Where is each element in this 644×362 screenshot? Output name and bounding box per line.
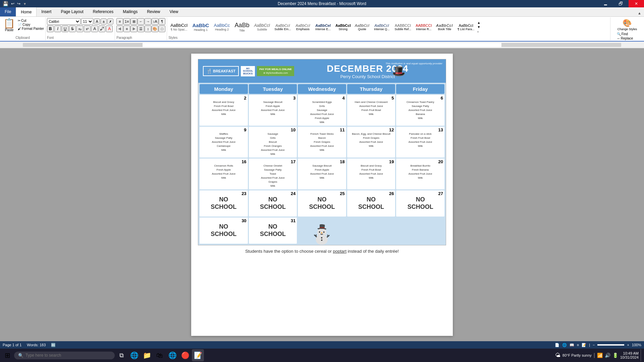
empty-cell (396, 218, 444, 244)
view-outline-icon[interactable]: ≡ (577, 343, 579, 347)
font-shrink-button[interactable]: a (101, 18, 107, 24)
linespace-button[interactable]: ↕ (145, 25, 151, 32)
style-subtle-emphasis[interactable]: AaBbCcISubtle Em... (273, 18, 293, 36)
align-right-button[interactable]: ⫸ (130, 25, 137, 32)
style-quote[interactable]: AaBbCcIQuote (353, 18, 371, 36)
font-size-selector[interactable]: 11 (81, 18, 93, 25)
shading-button[interactable]: 🎨 (152, 25, 158, 32)
borders-button[interactable]: □ (159, 25, 165, 32)
paragraph-label: Paragraph (116, 36, 165, 40)
font-selector[interactable]: Calibri (47, 18, 80, 25)
clipboard-label: Clipboard (15, 36, 30, 40)
close-button[interactable]: ✕ (629, 0, 644, 7)
table-row: 25 NOSCHOOL (298, 190, 346, 217)
language-icon[interactable]: 🔤 (51, 343, 56, 347)
tab-references[interactable]: References (88, 7, 118, 16)
style-book-title[interactable]: AaBbCcIBook Title (434, 18, 455, 36)
zoom-out-button[interactable]: − (593, 343, 595, 347)
decrease-indent-button[interactable]: ← (138, 18, 144, 25)
bullets-button[interactable]: ≡ (116, 18, 123, 25)
view-web-icon[interactable]: 🌐 (562, 343, 567, 347)
taskbar-app-store[interactable]: 🛍 (154, 349, 166, 361)
day-header-tuesday: Tuesday (249, 84, 297, 94)
taskbar-app-edge[interactable]: 🌐 (128, 349, 140, 361)
align-left-button[interactable]: ⫷ (116, 25, 123, 32)
numbering-button[interactable]: 1≡ (123, 18, 130, 25)
underline-button[interactable]: U (62, 25, 68, 32)
fontcolor-button[interactable]: A (106, 25, 113, 32)
zoom-slider[interactable] (597, 344, 624, 346)
style-title[interactable]: AaBbTitle (232, 18, 251, 36)
taskbar-app-chrome[interactable]: 🌐 (166, 349, 178, 361)
tab-file[interactable]: File (0, 7, 16, 16)
change-styles-button[interactable]: 🎨 Change Styles (617, 18, 638, 32)
task-view-button[interactable]: ⧉ (115, 349, 127, 361)
table-row: 26 NOSCHOOL (347, 190, 395, 217)
restore-button[interactable]: 🗗 (613, 0, 629, 7)
show-desktop-button[interactable] (641, 349, 643, 361)
align-center-button[interactable]: ≡ (123, 25, 130, 32)
day-header-friday: Friday (396, 84, 444, 94)
taskbar-app-explorer[interactable]: 📁 (141, 349, 153, 361)
tab-mailings[interactable]: Mailings (118, 7, 142, 16)
multilevel-button[interactable]: ⊞ (130, 18, 137, 25)
italic-button[interactable]: I (54, 25, 61, 32)
tab-review[interactable]: Review (142, 7, 165, 16)
search-input[interactable] (25, 353, 99, 358)
style-emphasis[interactable]: AaBbCcIEmphasis (293, 18, 312, 36)
window-title: December 2024 Menu Breakfast - Microsoft… (278, 1, 366, 6)
view-print-icon[interactable]: 📄 (555, 343, 559, 347)
replace-button[interactable]: ↔ Replace (617, 37, 638, 40)
fork-knife-icon: 🍴 (206, 68, 212, 74)
table-row: 20 Breakfast BurritoFresh BananaAssorted… (396, 159, 444, 189)
style-heading1[interactable]: AaBbCHeading 1 (190, 18, 211, 36)
table-row: 2 Biscuit and GravyFresh Fruit BowlAssor… (200, 95, 248, 126)
style-intense-emphasis[interactable]: AaBbCeIIntense E... (313, 18, 333, 36)
cut-button[interactable]: ✂ Cut (18, 19, 44, 22)
taskbar-search[interactable]: 🔍 (14, 352, 115, 359)
taskbar-app-word[interactable]: 📝 (192, 349, 204, 361)
style-subtitle[interactable]: AaBbCcISubtitle (252, 18, 272, 36)
increase-indent-button[interactable]: → (145, 18, 151, 25)
pay-label: PAY FOR MEALS ONLINE (259, 68, 292, 71)
find-button[interactable]: 🔍 Find (617, 32, 638, 36)
texteffects-button[interactable]: A (91, 25, 98, 32)
search-icon: 🔍 (18, 353, 23, 358)
view-draft-icon[interactable]: 📝 (582, 343, 586, 347)
style-intense-r[interactable]: AaBbCcIIntense R... (414, 18, 433, 36)
style-intense-quote[interactable]: AaBbCcIIntense Q... (372, 18, 392, 36)
clear-format-button[interactable]: ✗ (107, 18, 113, 24)
style-subtle-ref[interactable]: AaBbCcISubtle Ref... (392, 18, 413, 36)
bold-button[interactable]: B (47, 25, 54, 32)
tab-home[interactable]: Home (16, 7, 37, 16)
tab-insert[interactable]: Insert (37, 7, 56, 16)
zoom-in-button[interactable]: + (627, 343, 629, 347)
minimize-button[interactable]: 🗕 (598, 0, 613, 7)
wifi-icon: 📶 (597, 353, 603, 358)
table-row: 6 Cinnamon Toast PastrySausage PattyAsso… (396, 95, 444, 126)
format-painter-button[interactable]: 🖌 Format Painter (18, 27, 44, 31)
justify-button[interactable]: ☰ (138, 25, 144, 32)
font-grow-button[interactable]: A (94, 18, 100, 24)
strikethrough-button[interactable]: S̶ (69, 25, 76, 32)
tab-view[interactable]: View (165, 7, 183, 16)
style-list-para[interactable]: AaBbCcI¶ List Para... (455, 18, 476, 36)
copy-button[interactable]: 📄 Copy (18, 23, 44, 26)
paste-button[interactable]: 📋 Paste (1, 18, 17, 33)
subscript-button[interactable]: x₂ (76, 25, 83, 32)
system-clock[interactable]: 10:49 AM 10/31/2024 (620, 351, 639, 359)
sort-button[interactable]: ↕A (152, 18, 158, 25)
table-row: 13 Pancake on a stickFresh Fruit BowlAss… (396, 127, 444, 158)
style-strong[interactable]: AaBbCcIStrong (334, 18, 353, 36)
tab-pagelayout[interactable]: Page Layout (56, 7, 88, 16)
style-heading2[interactable]: AaBbCcHeading 2 (212, 18, 232, 36)
texthighlight-button[interactable]: 🖍 (99, 25, 105, 32)
table-row: 24 NOSCHOOL (249, 190, 297, 217)
view-read-icon[interactable]: 📖 (570, 343, 574, 347)
start-button[interactable]: ⊞ (1, 349, 13, 361)
style-nospacing[interactable]: AaBbCcI¶ No Spac... (168, 18, 190, 36)
superscript-button[interactable]: x² (84, 25, 91, 32)
show-marks-button[interactable]: ¶ (159, 18, 165, 25)
table-row: 16 Cinnamon RollsFresh AppleAssorted Fru… (200, 159, 248, 189)
taskbar-app-office[interactable]: 🔴 (179, 349, 191, 361)
